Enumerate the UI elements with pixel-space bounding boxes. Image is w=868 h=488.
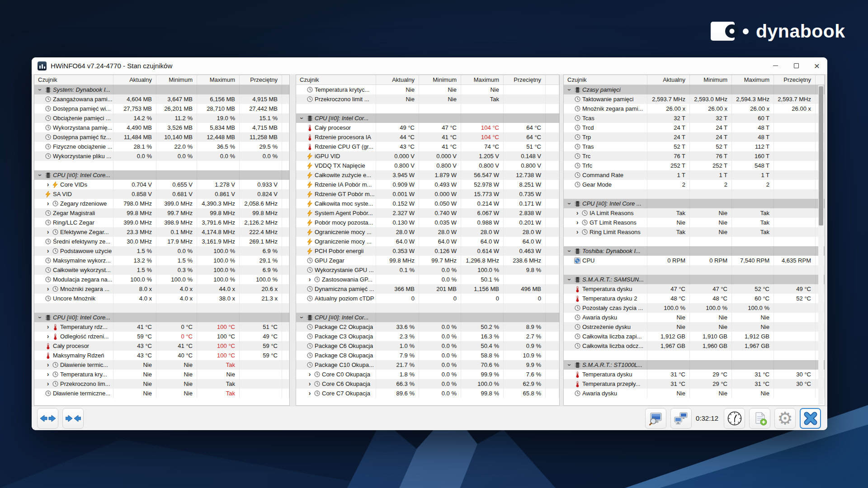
sensor-row[interactable]: Całkowita moc syste...0.152 W0.050 W0.21…: [296, 199, 559, 208]
sensor-row[interactable]: Tras52 T52 T112 T: [564, 142, 825, 151]
column-header-maximum[interactable]: Maximum: [197, 75, 240, 84]
sensor-row[interactable]: Ograniczenie mocy ...64.0 W64.0 W64.0 W6…: [296, 237, 559, 246]
sensor-row[interactable]: ›Efektywne Zegar...23.3 MHz0.1 MHz4,174.…: [34, 227, 289, 237]
sensor-group-row[interactable]: ›System: Dynabook I...: [34, 85, 289, 94]
sensor-row[interactable]: Taktowanie pamięci2,593.7 MHz2,593.0 MHz…: [564, 94, 825, 104]
chevron-down-icon[interactable]: ›: [565, 362, 574, 368]
sensor-row[interactable]: Package C8 Okupacja7.9 %0.0 %58.8 %10.9 …: [296, 351, 559, 360]
sensor-group-row[interactable]: ›S.M.A.R.T.: ST1000L...: [564, 360, 825, 370]
column-header-maximum[interactable]: Maximum: [461, 75, 504, 84]
chevron-down-icon[interactable]: ›: [565, 248, 574, 254]
chevron-right-icon[interactable]: ›: [44, 284, 52, 294]
chevron-right-icon[interactable]: ›: [574, 227, 581, 237]
chevron-down-icon[interactable]: ›: [565, 87, 574, 93]
column-header-czujnik[interactable]: Czujnik: [296, 75, 376, 84]
chevron-down-icon[interactable]: ›: [35, 87, 45, 93]
sensor-group-row[interactable]: ›CPU [#0]: Intel Cor...: [296, 313, 559, 322]
sensor-row[interactable]: Ring/LLC Zegar399.0 MHz398.9 MHz3,791.6 …: [34, 218, 289, 227]
chevron-right-icon[interactable]: ›: [44, 199, 52, 208]
titlebar[interactable]: HWiNFO64 v7.24-4770 - Stan czujników ×: [32, 57, 827, 75]
sensor-row[interactable]: Ograniczenie mocy ...28.0 W28.0 W28.0 W2…: [296, 227, 559, 237]
hwinfo-app-icon[interactable]: [38, 61, 47, 70]
chevron-right-icon[interactable]: ›: [306, 370, 313, 379]
chevron-right-icon[interactable]: ›: [306, 389, 313, 398]
sensor-row[interactable]: Temperatura dysku47 °C47 °C52 °C49 °C: [564, 284, 825, 294]
sensor-row[interactable]: ›Zastosowania GP...0.0 %50.1 %: [296, 275, 559, 284]
sensor-row[interactable]: Rdzenie procesora IA44 °C41 °C104 °C64 °…: [296, 132, 559, 142]
sensor-row[interactable]: Wykorzystanie pliku ...0.0 %0.0 %0.0 %0.…: [34, 151, 289, 161]
sensor-group-row[interactable]: ›CPU [#0]: Intel Core...: [34, 313, 289, 322]
sensor-row[interactable]: Temperatura dysku 248 °C48 °C60 °C52 °C: [564, 294, 825, 303]
chevron-right-icon[interactable]: ›: [306, 275, 313, 284]
sensor-row[interactable]: Całkowita liczba odcz...1,967 GB1,960 GB…: [564, 341, 825, 351]
chevron-right-icon[interactable]: ›: [44, 180, 52, 189]
sensor-row[interactable]: ›Core C6 Okupacja66.3 %0.0 %100.0 %62.9 …: [296, 379, 559, 389]
remote-monitoring-button[interactable]: [670, 408, 692, 429]
sensor-row[interactable]: Package C2 Okupacja33.6 %0.0 %50.2 %8.9 …: [296, 322, 559, 332]
report-log-button[interactable]: [749, 408, 770, 429]
close-sensors-button[interactable]: [800, 408, 821, 429]
collapse-columns-button[interactable]: [62, 408, 84, 429]
chevron-right-icon[interactable]: ›: [44, 370, 52, 379]
chevron-down-icon[interactable]: ›: [565, 201, 574, 207]
sensor-row[interactable]: Tcas32 T32 T60 T: [564, 113, 825, 123]
sensor-row[interactable]: ›Mnożniki zegara ...8.0 x4.0 x44.0 x20.6…: [34, 284, 289, 294]
chevron-right-icon[interactable]: ›: [574, 208, 581, 218]
chevron-down-icon[interactable]: ›: [297, 314, 307, 321]
chevron-right-icon[interactable]: ›: [44, 246, 52, 256]
sensor-group-row[interactable]: ›Toshiba: Dynabook I...: [564, 246, 825, 256]
sensor-row[interactable]: ›Podstawowe użycie1.5 %0.0 %100.0 %6.9 %: [34, 246, 289, 256]
sensor-row[interactable]: ›Przekroczono lim...NieNieTak: [34, 379, 289, 389]
sensor-row[interactable]: Rdzenie GT Pobór m...0.001 W0.000 W15.77…: [296, 189, 559, 199]
sensor-row[interactable]: Trc76 T76 T160 T: [564, 151, 825, 161]
column-header-aktualny[interactable]: Aktualny: [376, 75, 419, 84]
sensor-row[interactable]: Aktualny poziom cTDP0000: [296, 294, 559, 303]
sensor-row[interactable]: ›Temperatura kry...NieNieNie: [34, 370, 289, 379]
sensor-row[interactable]: Trfc252 T252 T548 T: [564, 161, 825, 170]
sensor-row[interactable]: Package C3 Okupacja2.3 %0.0 %16.3 %2.7 %: [296, 332, 559, 341]
sensor-row[interactable]: Awaria dyskuNieNieNie: [564, 389, 825, 398]
sensor-row[interactable]: Wykorzystana pamię...4,490 MB3,526 MB5,8…: [34, 123, 289, 132]
sensor-row[interactable]: Wykorzystanie GPU ...0.1 %0.0 %100.0 %9.…: [296, 265, 559, 275]
sensor-row[interactable]: PCH Pobór energii0.353 W0.126 W0.614 W0.…: [296, 246, 559, 256]
chevron-right-icon[interactable]: ›: [44, 360, 52, 370]
sensor-row[interactable]: Package C10 Okupa...21.7 %0.0 %70.6 %9.9…: [296, 360, 559, 370]
sensor-row[interactable]: Maksymalny Rdzeń43 °C40 °C100 °C59 °C: [34, 351, 289, 360]
chevron-right-icon[interactable]: ›: [44, 227, 52, 237]
sensor-row[interactable]: Temperatura dysku31 °C29 °C31 °C30 °C: [564, 370, 825, 379]
chevron-right-icon[interactable]: ›: [44, 332, 52, 341]
sensor-row[interactable]: Całkowite wykorzyst...1.5 %0.3 %100.0 %6…: [34, 265, 289, 275]
minimize-button[interactable]: [765, 57, 786, 74]
sensor-row[interactable]: Rdzenie CPU GT (gr...43 °C41 °C74 °C51 °…: [296, 142, 559, 151]
chevron-down-icon[interactable]: ›: [297, 115, 307, 122]
chevron-down-icon[interactable]: ›: [565, 277, 574, 283]
chevron-right-icon[interactable]: ›: [306, 379, 313, 389]
sensor-row[interactable]: Awaria dyskuNieNieNie: [564, 313, 825, 322]
sensor-row[interactable]: Mnożnik zegara pami...26.00 x26.00 x26.0…: [564, 104, 825, 113]
sensor-row[interactable]: Średni efektywny ze...30.0 MHz17.9 MHz3,…: [34, 237, 289, 246]
sensor-group-row[interactable]: ›CPU [#0]: Intel Core ...: [564, 199, 825, 208]
sensor-row[interactable]: Modulacja zegara na...100.0 %100.0 %100.…: [34, 275, 289, 284]
column-header-przecietny[interactable]: Przeciętny: [774, 75, 816, 84]
sensor-row[interactable]: CPU0 RPM0 RPM7,540 RPM4,635 RPM: [564, 256, 825, 265]
sensor-row[interactable]: Temperatura przepły...31 °C29 °C31 °C30 …: [564, 379, 825, 389]
chevron-down-icon[interactable]: ›: [35, 314, 45, 321]
sensor-row[interactable]: Uncore Mnożnik4.0 x4.0 x38.0 x21.3 x: [34, 294, 289, 303]
sensor-row[interactable]: ›IA Limit ReasonsTakNieTak: [564, 208, 825, 218]
sensor-row[interactable]: ›Zegary rdzeniowe798.0 MHz399.0 MHz4,390…: [34, 199, 289, 208]
expand-columns-button[interactable]: [37, 408, 58, 429]
sensor-row[interactable]: Gear Mode222: [564, 180, 825, 189]
sensor-group-row[interactable]: ›CPU [#0]: Intel Core...: [34, 170, 289, 180]
sensor-row[interactable]: Maksymalne wykorz...13.2 %1.5 %100.0 %29…: [34, 256, 289, 265]
sensor-row[interactable]: Pobór mocy pozosta...0.130 W0.035 W0.988…: [296, 218, 559, 227]
sensor-row[interactable]: ›GT Limit ReasonsNieNieTak: [564, 218, 825, 227]
sensor-row[interactable]: Trp24 T24 T48 T: [564, 132, 825, 142]
close-button[interactable]: ×: [807, 57, 827, 74]
sensor-row[interactable]: Cały procesor43 °C41 °C100 °C59 °C: [34, 341, 289, 351]
chevron-right-icon[interactable]: ›: [574, 218, 581, 227]
chevron-down-icon[interactable]: ›: [35, 172, 45, 178]
sensor-row[interactable]: ›Core VIDs0.704 V0.655 V1.278 V0.933 V: [34, 180, 289, 189]
sensor-row[interactable]: Ostrzeżenie dyskuNieNieNie: [564, 322, 825, 332]
sensor-row[interactable]: Całkowita liczba zapi...1,912 GB1,910 GB…: [564, 332, 825, 341]
sensor-row[interactable]: Dostępna pamięć fiz...11,484 MB10,140 MB…: [34, 132, 289, 142]
